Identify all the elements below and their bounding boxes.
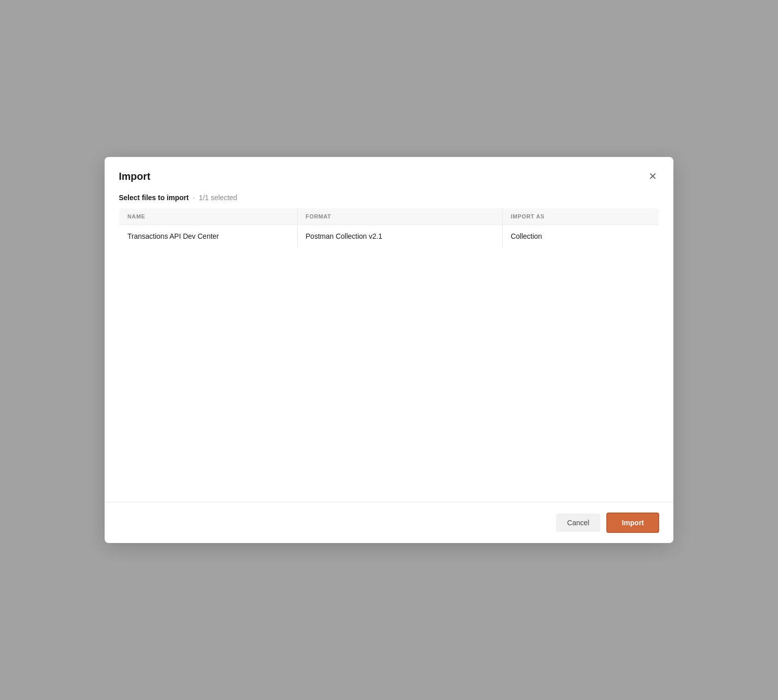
row-import-as: Collection xyxy=(502,225,659,248)
close-icon: ✕ xyxy=(649,171,657,181)
col-header-format: FORMAT xyxy=(297,208,502,225)
table-body: Transactions API Dev Center Postman Coll… xyxy=(119,225,659,248)
modal-body: NAME FORMAT IMPORT AS Transactions API D… xyxy=(105,208,673,502)
row-format: Postman Collection v2.1 xyxy=(297,225,502,248)
row-name: Transactions API Dev Center xyxy=(119,225,298,248)
body-spacer xyxy=(119,248,659,502)
modal-subheader: Select files to import · 1/1 selected xyxy=(105,192,673,208)
table-header: NAME FORMAT IMPORT AS xyxy=(119,208,659,225)
modal-overlay: Import ✕ Select files to import · 1/1 se… xyxy=(0,0,778,700)
modal-title: Import xyxy=(119,171,150,182)
table-header-row: NAME FORMAT IMPORT AS xyxy=(119,208,659,225)
import-modal: Import ✕ Select files to import · 1/1 se… xyxy=(105,157,673,543)
col-header-import-as: IMPORT AS xyxy=(502,208,659,225)
select-files-label: Select files to import xyxy=(119,194,189,202)
table-row: Transactions API Dev Center Postman Coll… xyxy=(119,225,659,248)
separator: · xyxy=(193,194,195,202)
col-header-name: NAME xyxy=(119,208,298,225)
modal-header: Import ✕ xyxy=(105,157,673,192)
selection-count: 1/1 selected xyxy=(199,194,238,202)
cancel-button[interactable]: Cancel xyxy=(556,514,601,532)
modal-footer: Cancel Import xyxy=(105,502,673,543)
import-table: NAME FORMAT IMPORT AS Transactions API D… xyxy=(119,208,659,248)
import-button[interactable]: Import xyxy=(606,513,659,533)
close-button[interactable]: ✕ xyxy=(646,169,659,183)
